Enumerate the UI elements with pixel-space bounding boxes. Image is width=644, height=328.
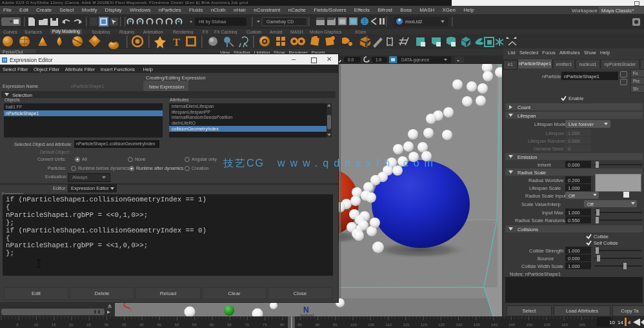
svg-text:35: 35 <box>122 323 126 327</box>
svg-text:0.0: 0.0 <box>348 57 354 62</box>
svg-text:100: 100 <box>350 323 357 327</box>
svg-text:65: 65 <box>227 323 232 327</box>
svg-text:105: 105 <box>368 323 375 327</box>
svg-text:125: 125 <box>438 323 445 327</box>
svg-text:15: 15 <box>52 323 56 327</box>
svg-text:55: 55 <box>192 323 197 327</box>
svg-text:140: 140 <box>491 323 498 327</box>
svg-text:20: 20 <box>69 323 74 327</box>
svg-text:70: 70 <box>245 323 250 327</box>
svg-text:135: 135 <box>474 323 481 327</box>
svg-text:DATA-gqeunce: DATA-gqeunce <box>401 57 430 63</box>
svg-text:90: 90 <box>316 323 320 327</box>
svg-text:155: 155 <box>544 323 551 327</box>
svg-text:50: 50 <box>175 323 179 327</box>
svg-text:160: 160 <box>561 323 569 327</box>
svg-text:30: 30 <box>105 323 109 327</box>
svg-text:115: 115 <box>403 323 410 327</box>
svg-text:10: 10 <box>34 323 39 327</box>
svg-text:165: 165 <box>579 323 586 327</box>
svg-text:Hit by Stobaa: Hit by Stobaa <box>199 19 226 25</box>
svg-text:145: 145 <box>508 323 516 327</box>
svg-text:T: T <box>173 36 181 48</box>
svg-text:25: 25 <box>86 323 91 327</box>
svg-text:80: 80 <box>280 323 285 327</box>
svg-text:45: 45 <box>157 323 161 327</box>
svg-text:130: 130 <box>456 323 463 327</box>
svg-text:110: 110 <box>386 323 392 327</box>
svg-text:Gamebay CD: Gamebay CD <box>267 19 294 25</box>
svg-text:150: 150 <box>527 323 534 327</box>
svg-text:4: 4 <box>628 320 631 325</box>
svg-text:60: 60 <box>210 323 214 327</box>
svg-text:85: 85 <box>297 323 302 327</box>
svg-text:14: 14 <box>618 320 623 325</box>
svg-text:40: 40 <box>139 323 144 327</box>
svg-text:75: 75 <box>263 323 267 327</box>
svg-text:10: 10 <box>609 320 615 325</box>
svg-text:95: 95 <box>333 323 337 327</box>
svg-text:120: 120 <box>421 323 428 327</box>
svg-text:1:0: 1:0 <box>376 57 381 62</box>
svg-text:mxxLtd2: mxxLtd2 <box>405 19 423 24</box>
